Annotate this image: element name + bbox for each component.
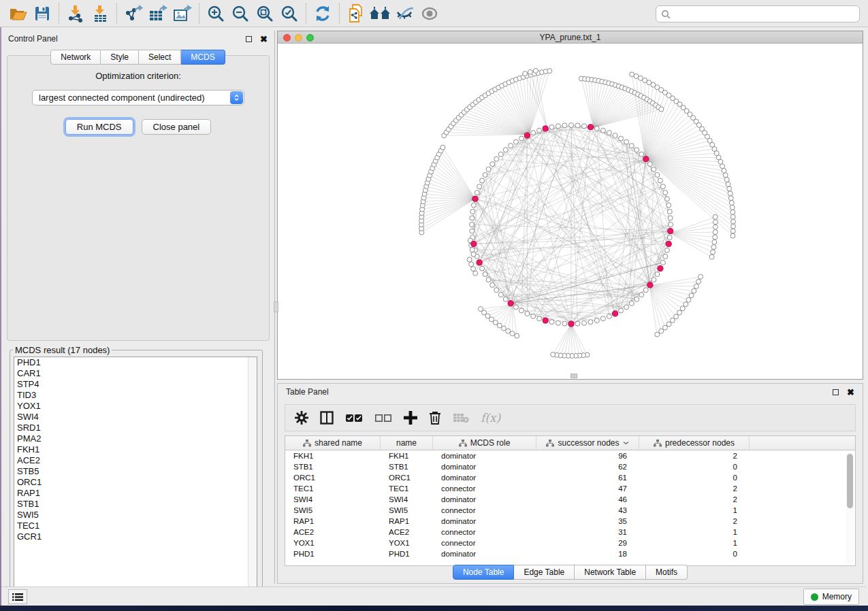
graph-node[interactable]: [575, 123, 580, 128]
graph-node[interactable]: [670, 318, 675, 323]
refresh-button[interactable]: [310, 3, 335, 24]
graph-node[interactable]: [624, 139, 629, 144]
export-image-button[interactable]: [170, 3, 195, 24]
graph-node[interactable]: [624, 305, 629, 310]
graph-node[interactable]: [713, 235, 718, 240]
graph-node[interactable]: [666, 203, 671, 208]
zoom-selected-button[interactable]: [277, 3, 302, 24]
clone-network-button[interactable]: [344, 3, 368, 24]
zoom-out-button[interactable]: [228, 3, 253, 24]
graph-node[interactable]: [629, 144, 634, 148]
memory-button[interactable]: Memory: [803, 589, 859, 605]
graph-node[interactable]: [723, 173, 728, 178]
mcds-result-item[interactable]: SWI4: [14, 412, 257, 423]
graph-node[interactable]: [470, 209, 475, 214]
graph-node[interactable]: [519, 308, 524, 313]
graph-dominator-node[interactable]: [472, 196, 478, 201]
graph-node[interactable]: [713, 214, 718, 219]
graph-node[interactable]: [556, 124, 560, 129]
graph-node[interactable]: [506, 329, 511, 333]
table-row[interactable]: YOX1 YOX1 connector 29 1: [285, 538, 855, 548]
import-network-button[interactable]: [63, 3, 88, 24]
graph-node[interactable]: [694, 284, 698, 288]
graph-node[interactable]: [652, 167, 656, 171]
graph-node[interactable]: [669, 222, 673, 227]
mcds-result-item[interactable]: TEC1: [14, 521, 257, 531]
graph-node[interactable]: [470, 229, 475, 233]
graph-node[interactable]: [503, 297, 508, 301]
graph-dominator-node[interactable]: [668, 228, 673, 233]
graph-node[interactable]: [509, 144, 513, 148]
graph-node[interactable]: [519, 136, 524, 141]
search-field[interactable]: [656, 5, 860, 22]
graph-node[interactable]: [619, 136, 624, 141]
network-window-titlebar[interactable]: YPA_prune.txt_1: [278, 31, 863, 44]
graph-node[interactable]: [709, 254, 714, 259]
table-settings-gear-icon[interactable]: [295, 411, 308, 425]
float-panel-icon[interactable]: [246, 36, 252, 42]
table-row[interactable]: RAP1 RAP1 dominator 35 2: [285, 516, 855, 527]
mcds-list-scrollbar[interactable]: [248, 357, 257, 594]
graph-node[interactable]: [501, 326, 506, 331]
column-header-mcds-role[interactable]: MCDS role: [433, 436, 536, 450]
graph-dominator-node[interactable]: [568, 321, 574, 327]
tab-mcds[interactable]: MCDS: [181, 50, 225, 65]
graph-node[interactable]: [515, 333, 519, 338]
graph-dominator-node[interactable]: [508, 301, 513, 306]
graph-node[interactable]: [730, 214, 735, 219]
graph-node[interactable]: [510, 331, 515, 336]
save-button[interactable]: [30, 3, 54, 24]
graph-node[interactable]: [655, 332, 660, 337]
graph-node[interactable]: [513, 305, 518, 310]
delete-table-icon[interactable]: [453, 412, 469, 423]
graph-node[interactable]: [728, 196, 733, 201]
table-scrollbar[interactable]: [846, 452, 854, 564]
hide-selected-button[interactable]: [393, 3, 417, 24]
graph-node[interactable]: [730, 224, 735, 229]
graph-node[interactable]: [588, 320, 593, 325]
graph-node[interactable]: [486, 167, 491, 171]
graph-node[interactable]: [674, 314, 679, 319]
close-table-panel-icon[interactable]: ✖: [847, 388, 854, 397]
graph-node[interactable]: [727, 186, 732, 191]
graph-node[interactable]: [659, 329, 664, 333]
graph-node[interactable]: [483, 173, 487, 178]
graph-dominator-node[interactable]: [471, 241, 477, 246]
graph-node[interactable]: [659, 107, 664, 112]
graph-node[interactable]: [730, 210, 735, 214]
mcds-result-item[interactable]: ORC1: [14, 477, 257, 488]
table-row[interactable]: SWI4 SWI4 dominator 46 2: [285, 494, 855, 505]
graph-node[interactable]: [619, 308, 624, 313]
graph-node[interactable]: [470, 248, 475, 252]
graph-node[interactable]: [634, 297, 639, 301]
graph-node[interactable]: [467, 257, 472, 262]
graph-node[interactable]: [724, 178, 729, 182]
network-canvas[interactable]: [278, 44, 863, 379]
graph-node[interactable]: [483, 272, 487, 277]
graph-node[interactable]: [722, 168, 726, 173]
mcds-result-list[interactable]: PHD1CAR1STP4TID3YOX1SWI4SRD1PMA2FKH1ACE2…: [14, 357, 257, 595]
graph-node[interactable]: [667, 209, 672, 214]
graph-node[interactable]: [613, 133, 617, 138]
graph-node[interactable]: [523, 71, 528, 76]
mcds-result-item[interactable]: TID3: [14, 390, 257, 401]
graph-node[interactable]: [639, 293, 644, 297]
graph-node[interactable]: [498, 152, 503, 156]
graph-node[interactable]: [655, 173, 660, 178]
graph-node[interactable]: [666, 322, 671, 327]
mcds-result-item[interactable]: SRD1: [14, 423, 257, 433]
graph-node[interactable]: [696, 279, 701, 284]
table-row[interactable]: STB1 STB1 dominator 62 0: [285, 461, 855, 472]
graph-node[interactable]: [660, 260, 665, 265]
zoom-fit-button[interactable]: [253, 3, 277, 24]
graph-node[interactable]: [639, 152, 644, 156]
graph-node[interactable]: [471, 252, 476, 257]
run-mcds-button[interactable]: Run MCDS: [65, 119, 133, 135]
graph-node[interactable]: [692, 288, 696, 293]
graph-dominator-node[interactable]: [543, 318, 548, 323]
mcds-result-item[interactable]: STB5: [14, 466, 257, 477]
graph-node[interactable]: [562, 123, 567, 128]
graph-node[interactable]: [562, 321, 567, 326]
graph-dominator-node[interactable]: [477, 260, 482, 265]
show-columns-icon[interactable]: [320, 411, 334, 425]
